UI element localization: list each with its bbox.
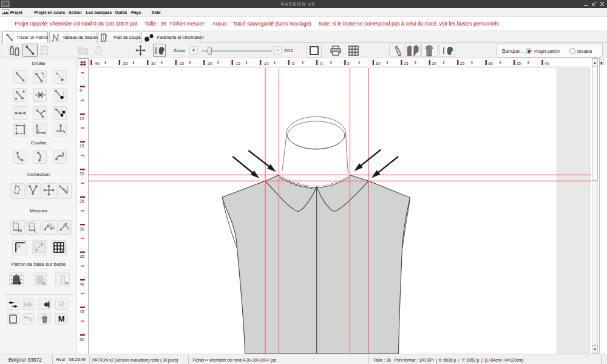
svg-text:40: 40	[544, 61, 549, 66]
svg-text:25: 25	[460, 61, 465, 66]
svg-text:D: D	[42, 281, 46, 286]
svg-text:P: P	[66, 281, 69, 286]
svg-text:-35: -35	[121, 61, 127, 66]
svg-text:35: 35	[517, 61, 521, 66]
svg-text:F: F	[19, 281, 22, 286]
svg-text:H: H	[18, 228, 22, 234]
svg-text:10: 10	[80, 116, 84, 121]
svg-text:5: 5	[80, 89, 82, 93]
svg-text:-40: -40	[93, 61, 100, 66]
svg-text:20: 20	[80, 172, 84, 176]
svg-text:-25: -25	[178, 61, 184, 66]
svg-text:5: 5	[347, 61, 350, 66]
svg-text:-30: -30	[150, 61, 156, 66]
svg-text:10: 10	[375, 61, 380, 66]
svg-text:15: 15	[404, 61, 409, 66]
svg-text:40: 40	[80, 282, 84, 286]
svg-text:L: L	[34, 228, 37, 234]
svg-text:-20: -20	[206, 61, 212, 66]
svg-text:25: 25	[80, 199, 84, 203]
svg-text:45: 45	[80, 309, 84, 314]
svg-text:50: 50	[80, 337, 84, 342]
svg-text:30: 30	[80, 227, 84, 231]
svg-text:35: 35	[80, 254, 84, 258]
svg-text:30: 30	[488, 61, 493, 66]
svg-text:15: 15	[80, 144, 84, 148]
svg-text:-0: -0	[319, 61, 323, 66]
svg-text:-5: -5	[291, 61, 294, 66]
svg-text:20: 20	[432, 61, 436, 66]
svg-text:-15: -15	[234, 61, 240, 66]
svg-text:-10: -10	[263, 61, 269, 66]
svg-text:0: 0	[18, 244, 21, 248]
